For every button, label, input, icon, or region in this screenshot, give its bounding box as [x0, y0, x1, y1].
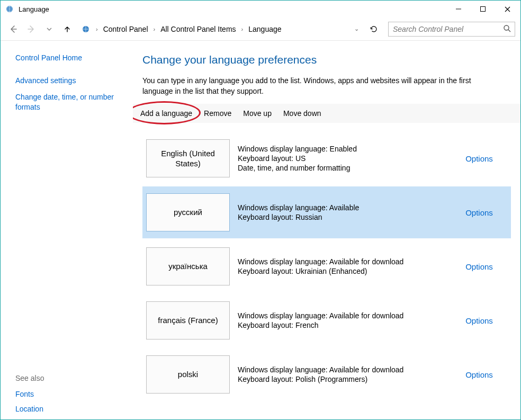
globe-icon: [5, 4, 14, 14]
up-button[interactable]: [60, 22, 75, 37]
svg-point-6: [504, 25, 509, 30]
control-panel-home-link[interactable]: Control Panel Home: [15, 53, 127, 62]
language-row[interactable]: українськаWindows display language: Avai…: [142, 240, 511, 292]
language-name-box[interactable]: русский: [146, 193, 230, 231]
add-language-button[interactable]: Add a language: [140, 109, 192, 118]
language-detail-line: Keyboard layout: French: [238, 321, 443, 329]
language-details: Windows display language: AvailableKeybo…: [233, 186, 447, 238]
language-detail-line: Windows display language: Enabled: [238, 145, 443, 153]
language-detail-line: Keyboard layout: Polish (Programmers): [238, 375, 443, 383]
chevron-right-icon[interactable]: ›: [94, 26, 100, 32]
main-content: Change your language preferences You can…: [133, 41, 520, 419]
language-details: Windows display language: Available for …: [233, 294, 447, 346]
language-options-cell: Options: [447, 294, 511, 346]
forward-button[interactable]: [24, 22, 39, 37]
minimize-button[interactable]: [446, 1, 471, 17]
language-detail-line: Keyboard layout: Russian: [238, 213, 443, 221]
language-name-cell: українська: [142, 240, 233, 292]
options-link[interactable]: Options: [465, 208, 493, 217]
language-row[interactable]: English (United States)Windows display l…: [142, 132, 511, 184]
language-options-cell: Options: [447, 186, 511, 238]
language-name-cell: français (France): [142, 294, 233, 346]
language-name-cell: русский: [142, 186, 233, 238]
language-row[interactable]: русскийWindows display language: Availab…: [142, 186, 511, 238]
language-list: English (United States)Windows display l…: [142, 132, 511, 400]
body: Control Panel Home Advanced settings Cha…: [1, 41, 520, 419]
language-row[interactable]: polskiWindows display language: Availabl…: [142, 348, 511, 400]
language-name-box[interactable]: українська: [146, 247, 230, 285]
search-box[interactable]: [388, 22, 515, 37]
titlebar: Language: [1, 1, 520, 17]
close-button[interactable]: [495, 1, 519, 17]
page-title: Change your language preferences: [142, 53, 511, 66]
back-button[interactable]: [6, 22, 21, 37]
nav-row: › Control Panel › All Control Panel Item…: [1, 17, 520, 41]
chevron-right-icon[interactable]: ›: [239, 26, 246, 32]
breadcrumb[interactable]: › Control Panel › All Control Panel Item…: [78, 24, 286, 34]
language-detail-line: Keyboard layout: Ukrainian (Enhanced): [238, 267, 443, 275]
language-detail-line: Windows display language: Available for …: [238, 311, 443, 320]
globe-icon: [81, 24, 91, 34]
refresh-button[interactable]: [366, 22, 382, 37]
move-up-button[interactable]: Move up: [243, 109, 272, 118]
language-window: Language: [0, 0, 521, 420]
language-name-box[interactable]: français (France): [146, 301, 230, 339]
language-detail-line: Windows display language: Available for …: [238, 257, 443, 266]
language-options-cell: Options: [447, 132, 511, 184]
language-row[interactable]: français (France)Windows display languag…: [142, 294, 511, 346]
language-details: Windows display language: Available for …: [233, 348, 447, 400]
breadcrumb-item[interactable]: Language: [247, 24, 282, 34]
see-also-heading: See also: [15, 374, 127, 382]
sidebar-link-advanced[interactable]: Advanced settings: [15, 76, 127, 86]
window-title: Language: [19, 5, 49, 13]
language-toolbar: Add a language Remove Move up Move down: [133, 104, 520, 123]
language-name-box[interactable]: English (United States): [146, 139, 230, 177]
svg-rect-2: [481, 7, 486, 12]
language-name-cell: English (United States): [142, 132, 233, 184]
sidebar: Control Panel Home Advanced settings Cha…: [1, 41, 133, 419]
chevron-down-icon[interactable]: ⌄: [351, 25, 362, 32]
search-input[interactable]: [389, 22, 515, 36]
see-also-fonts[interactable]: Fonts: [15, 390, 127, 398]
language-detail-line: Windows display language: Available: [238, 203, 443, 212]
language-details: Windows display language: Available for …: [233, 240, 447, 292]
breadcrumb-item[interactable]: All Control Panel Items: [159, 24, 237, 34]
move-down-button[interactable]: Move down: [283, 109, 321, 118]
options-link[interactable]: Options: [465, 316, 493, 325]
intro-text: You can type in any language you add to …: [142, 76, 502, 96]
language-name-cell: polski: [142, 348, 233, 400]
language-detail-line: Windows display language: Available for …: [238, 365, 443, 374]
svg-line-7: [508, 30, 510, 32]
language-options-cell: Options: [447, 240, 511, 292]
options-link[interactable]: Options: [465, 370, 493, 379]
remove-button[interactable]: Remove: [204, 109, 231, 118]
language-name-box[interactable]: polski: [146, 355, 230, 394]
language-detail-line: Keyboard layout: US: [238, 154, 443, 163]
see-also-location[interactable]: Location: [15, 405, 127, 413]
language-options-cell: Options: [447, 348, 511, 400]
search-icon[interactable]: [503, 24, 511, 34]
sidebar-link-datetime[interactable]: Change date, time, or number formats: [15, 92, 127, 112]
options-link[interactable]: Options: [465, 262, 493, 271]
maximize-button[interactable]: [471, 1, 495, 17]
breadcrumb-item[interactable]: Control Panel: [102, 24, 149, 34]
language-details: Windows display language: EnabledKeyboar…: [233, 132, 447, 184]
language-detail-line: Date, time, and number formatting: [238, 164, 443, 172]
chevron-right-icon[interactable]: ›: [151, 26, 158, 32]
options-link[interactable]: Options: [465, 154, 493, 163]
recent-dropdown[interactable]: [42, 22, 57, 37]
